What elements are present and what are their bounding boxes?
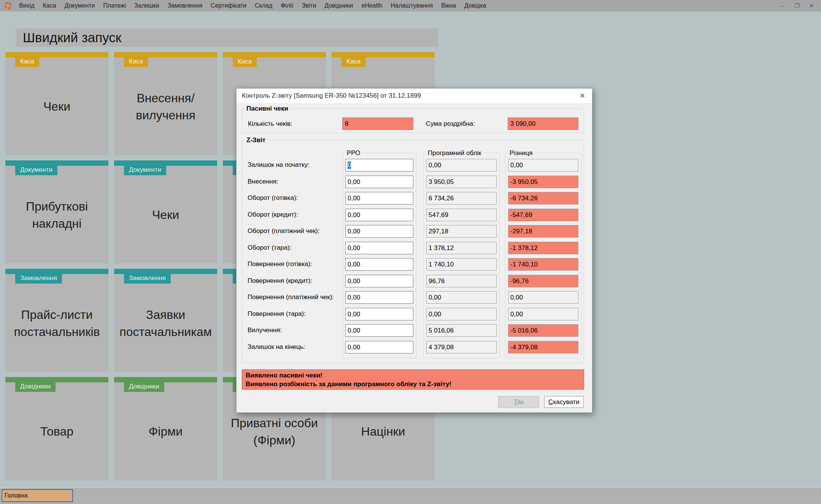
menu-item[interactable]: Довідка <box>460 0 491 11</box>
diff-value-field: -4 379,08 <box>508 341 578 353</box>
menu-item[interactable]: Каса <box>39 0 60 11</box>
tile-category-bar <box>5 377 108 382</box>
rro-input[interactable]: 0,00 <box>345 341 413 353</box>
program-column-header: Програмний облік <box>426 149 483 157</box>
menu-bar: ВихідКасаДокументиПлатежіЗалишкиЗамовлен… <box>0 0 821 11</box>
program-value-field: 0,00 <box>426 159 497 171</box>
menu-item[interactable]: eHealth <box>357 0 386 11</box>
passive-checks-group: Пасивні чеки Кількість чеків: 8 Сума роз… <box>242 108 584 133</box>
warning-line-1: Виявлено пасивні чеки! <box>246 371 580 380</box>
program-value-field: 6 734,26 <box>426 192 497 204</box>
quick-launch-tile[interactable]: ДовідникиТовар <box>5 377 108 480</box>
tile-label: Внесення/вилучення <box>114 67 217 155</box>
diff-value-field: -297,18 <box>508 225 578 238</box>
menu-item[interactable]: Платежі <box>99 0 130 11</box>
retail-sum-label: Сума роздрібна: <box>426 117 475 130</box>
diff-value-field: -1 740,10 <box>508 258 578 271</box>
tile-category-bar <box>114 160 217 166</box>
diff-value-field: 0,00 <box>508 291 578 304</box>
tile-category-bar <box>114 377 217 382</box>
selected-text: 0 <box>348 162 351 169</box>
tile-category-tag: Довідники <box>15 382 56 392</box>
quick-launch-tile[interactable]: ДовідникиФірми <box>114 377 217 480</box>
restore-icon[interactable]: ❐ <box>790 0 804 11</box>
rro-fields: 00,000,000,000,000,000,000,000,000,000,0… <box>343 153 416 353</box>
rro-column-header: РРО <box>345 149 362 157</box>
tile-label: Чеки <box>5 67 108 155</box>
tile-category-bar <box>223 52 326 57</box>
menu-item[interactable]: Довідники <box>320 0 357 11</box>
menu-item[interactable]: Звіти <box>297 0 320 11</box>
tile-category-tag: Каса <box>233 57 257 67</box>
zreport-row-label: Повернення (платіжний чек): <box>248 291 342 303</box>
tile-category-bar <box>5 160 108 166</box>
tile-label: Чеки <box>114 175 217 263</box>
zreport-row-label: Повернення (тара): <box>248 307 342 320</box>
cancel-button[interactable]: Скасувати <box>544 396 584 408</box>
rro-input[interactable]: 0,00 <box>345 176 413 188</box>
rro-input[interactable]: 0,00 <box>345 324 413 337</box>
rro-input[interactable]: 0,00 <box>345 192 413 204</box>
program-column-group: Програмний облік 0,003 950,056 734,26547… <box>423 153 500 358</box>
window-controls: – ❐ ✕ <box>775 0 821 11</box>
tile-label: Товар <box>5 392 108 480</box>
quick-launch-tile[interactable]: ДокументиЧеки <box>114 160 217 263</box>
rro-input[interactable]: 0,00 <box>345 291 413 304</box>
tile-category-bar <box>114 52 217 57</box>
quick-launch-tile[interactable]: ДокументиПрибуткові накладні <box>5 160 108 263</box>
menu-item[interactable]: Замовлення <box>164 0 206 11</box>
rro-input[interactable]: 0 <box>345 159 413 171</box>
diff-fields: 0,00-3 950,05-6 734,26-547,69-297,18-1 3… <box>505 153 581 353</box>
zreport-row-label: Оборот (кредит): <box>248 208 342 221</box>
warning-message: Виявлено пасивні чеки! Виявлено розбіжні… <box>242 369 584 390</box>
rro-input[interactable]: 0,00 <box>345 258 413 271</box>
diff-value-field: 0,00 <box>508 308 578 320</box>
menu-item[interactable]: Залишки <box>130 0 164 11</box>
menu-item[interactable]: Філії <box>276 0 297 11</box>
close-icon[interactable]: ✕ <box>804 0 819 11</box>
minimize-icon[interactable]: – <box>775 0 790 11</box>
rro-input[interactable]: 0,00 <box>345 308 413 320</box>
program-value-field: 1 740,10 <box>426 258 497 271</box>
quick-launch-tile[interactable]: ЗамовленняЗаявки постачальникам <box>114 269 217 372</box>
dialog-titlebar[interactable]: Контроль Z-звіту [Samsung ER-350 №123456… <box>237 89 592 103</box>
tile-category-tag: Каса <box>341 57 365 67</box>
diff-column-group: Різниця 0,00-3 950,05-6 734,26-547,69-29… <box>505 153 581 358</box>
tile-category-tag: Замовлення <box>15 274 62 284</box>
zreport-row-label: Залишок на кінець: <box>248 341 342 353</box>
taskbar: Головна <box>0 487 821 504</box>
checks-count-label: Кількість чеків: <box>248 117 292 130</box>
menu-item[interactable]: Документи <box>60 0 99 11</box>
ok-button[interactable]: Так <box>498 396 539 408</box>
quick-launch-tile[interactable]: ЗамовленняПрайс-листи постачальників <box>5 269 108 372</box>
tile-category-tag: Довідники <box>124 382 164 392</box>
diff-value-field: -3 950,05 <box>508 176 578 188</box>
program-fields: 0,003 950,056 734,26547,69297,181 378,12… <box>424 153 499 353</box>
dialog-title: Контроль Z-звіту [Samsung ER-350 №123456… <box>242 92 421 100</box>
tile-category-bar <box>5 269 108 274</box>
quick-launch-tile[interactable]: КасаВнесення/вилучення <box>114 52 217 155</box>
quick-launch-tile[interactable]: КасаЧеки <box>5 52 108 155</box>
menu-item[interactable]: Налаштування <box>387 0 437 11</box>
rro-input[interactable]: 0,00 <box>345 275 413 287</box>
tile-category-bar <box>5 52 108 57</box>
program-value-field: 96,76 <box>426 275 497 287</box>
checks-count-field: 8 <box>342 117 413 130</box>
diff-value-field: -5 016,06 <box>508 324 578 337</box>
zreport-row-labels: Залишок на початку:Внесення:Оборот (готі… <box>248 158 342 353</box>
rro-input[interactable]: 0,00 <box>345 225 413 238</box>
menu-item[interactable]: Вихід <box>15 0 39 11</box>
zreport-row-label: Оборот (готівка): <box>248 192 342 204</box>
rro-input[interactable]: 0,00 <box>345 242 413 254</box>
tile-category-bar <box>114 269 217 274</box>
menu-item[interactable]: Сертифікати <box>206 0 251 11</box>
tile-category-tag: Документи <box>124 166 166 175</box>
zreport-row-label: Повернення (готівка): <box>248 258 342 270</box>
taskbar-tab-main[interactable]: Головна <box>2 489 73 502</box>
dialog-close-icon[interactable]: ✕ <box>578 92 587 100</box>
menu-item[interactable]: Вікна <box>437 0 460 11</box>
zreport-row-label: Оборот (платіжний чек): <box>248 225 342 237</box>
menu-item[interactable]: Склад <box>251 0 276 11</box>
rro-input[interactable]: 0,00 <box>345 209 413 221</box>
zreport-row-label: Вилучення: <box>248 324 342 336</box>
